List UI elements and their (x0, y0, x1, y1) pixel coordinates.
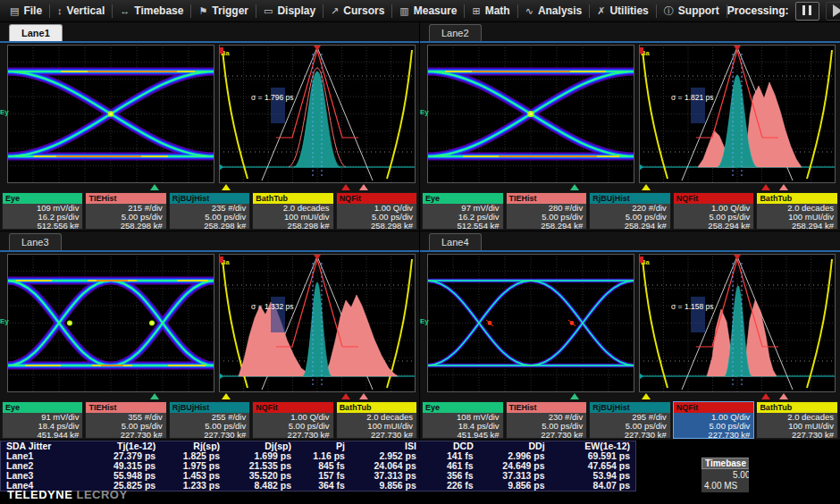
menu-analysis[interactable]: ∿Analysis (518, 4, 590, 17)
apex-marker (314, 255, 321, 260)
descriptor-rjbujhist[interactable]: RjBUjHist 295 #/div 5.00 ps/div 227.730 … (589, 401, 671, 439)
menu-math[interactable]: ⊞Math (465, 4, 517, 17)
cursors-icon: ↗ (331, 5, 339, 17)
eye-panel-lane1[interactable]: Ey (7, 45, 214, 183)
menu-measure-label: Measure (414, 4, 458, 17)
jitter-plot-lane2[interactable]: σ = 1.821 ps Ba (639, 45, 836, 183)
eye-diagram-lane2[interactable] (427, 45, 634, 183)
tiehist-marker (779, 184, 788, 190)
menu-vertical[interactable]: ↕Vertical (50, 4, 112, 17)
descriptor-bathtub[interactable]: BathTub 2.0 decades 100 mUI/div 227.730 … (756, 401, 838, 439)
jitter-panel-lane1[interactable]: σ = 1.796 ps Ba (219, 45, 416, 183)
timebase-icon: ↔ (120, 5, 130, 16)
cell: 9.856 ps (350, 481, 422, 491)
descriptor-nqfit-selected[interactable]: NQFit 1.00 Q/div 5.00 ps/div 227.730 k# (673, 401, 755, 439)
eye-marker (570, 184, 579, 190)
menu-bar: ▤File ↕Vertical ↔Timebase ⚑Trigger ▭Disp… (0, 0, 840, 22)
descriptor-value: 227.730 k# (590, 431, 670, 439)
support-icon: ⓘ (664, 4, 674, 18)
eye-panel-lane3[interactable]: Ey (7, 254, 214, 392)
descriptor-rjbujhist[interactable]: RjBUjHist 220 #/div 5.00 ps/div 258.294 … (589, 192, 671, 230)
descriptor-tiehist[interactable]: TIEHist 355 #/div 5.00 ps/div 227.730 k# (85, 401, 166, 439)
cell: 1.233 ps (161, 481, 225, 491)
sigma-label: σ = 1.821 ps (671, 93, 714, 102)
tab-lane4[interactable]: Lane4 (429, 233, 482, 250)
quadrant-lane3: Lane3 Ey (0, 231, 419, 440)
cell: 8.482 ps (225, 481, 297, 491)
graticule-border (8, 255, 214, 392)
menu-support[interactable]: ⓘSupport (657, 4, 727, 18)
menu-display-label: Display (277, 4, 315, 17)
jitter-plot-lane4[interactable]: σ = 1.158 ps Ba (639, 254, 836, 392)
apex-marker (734, 46, 741, 51)
apex-marker (734, 255, 741, 260)
eye-diagram-lane1[interactable] (7, 45, 214, 183)
jitter-plot-lane1[interactable]: σ = 1.796 ps Ba (219, 45, 416, 183)
descriptor-tiehist[interactable]: TIEHist 215 #/div 5.00 ps/div 258.298 k# (85, 192, 166, 230)
descriptor-eye[interactable]: Eye 91 mV/div 18.4 ps/div 451.944 k# (2, 401, 83, 439)
descriptor-tiehist[interactable]: TIEHist 230 #/div 5.00 ps/div 227.730 k# (506, 401, 588, 439)
menu-items: ▤File ↕Vertical ↔Timebase ⚑Trigger ▭Disp… (3, 0, 727, 21)
menu-timebase[interactable]: ↔Timebase (113, 4, 190, 17)
eye-trace-label: Ey (420, 318, 429, 325)
menu-display[interactable]: ▭Display (256, 4, 323, 17)
descriptor-eye[interactable]: Eye 108 mV/div 18.4 ps/div 451.945 k# (422, 401, 504, 439)
tab-lane3[interactable]: Lane3 (9, 233, 62, 250)
jitter-panel-lane3[interactable]: σ = 1.332 ps Ba (219, 254, 416, 392)
tab-lane2[interactable]: Lane2 (429, 24, 482, 41)
eye-panel-lane4[interactable]: Ey (427, 254, 634, 392)
descriptor-rjbujhist[interactable]: RjBUjHist 235 #/div 5.00 ps/div 258.298 … (169, 192, 250, 230)
tab-row-lane3: Lane3 (0, 231, 419, 252)
descriptor-nqfit[interactable]: NQFit 1.00 Q/div 5.00 ps/div 258.294 k# (673, 192, 755, 230)
menu-trigger[interactable]: ⚑Trigger (191, 4, 256, 17)
descriptor-tiehist[interactable]: TIEHist 280 #/div 5.00 ps/div 258.294 k# (506, 192, 588, 230)
descriptor-row-lane1: Eye 109 mV/div 16.2 ps/div 512.556 k# TI… (0, 191, 419, 231)
descriptor-row-lane2: Eye 97 mV/div 16.2 ps/div 512.554 k# TIE… (420, 191, 840, 231)
menu-utilities-label: Utilities (609, 4, 648, 17)
nqfit-marker (341, 393, 350, 399)
menu-measure[interactable]: ▥Measure (392, 4, 464, 17)
play-button[interactable] (826, 2, 840, 21)
eye-diagram-lane4[interactable] (427, 254, 634, 392)
descriptor-value: 451.945 k# (423, 431, 503, 439)
menu-file[interactable]: ▤File (3, 4, 49, 17)
descriptor-rjbujhist[interactable]: RjBUjHist 255 #/div 5.00 ps/div 227.730 … (169, 401, 250, 439)
menu-cursors[interactable]: ↗Cursors (323, 4, 391, 17)
quadrant-lane2: Lane2 Ey (420, 22, 840, 231)
jitter-plot-lane3[interactable]: σ = 1.332 ps Ba (219, 254, 416, 392)
descriptor-bathtub[interactable]: BathTub 2.0 decades 100 mUI/div 258.294 … (756, 192, 838, 230)
descriptor-value: 227.730 k# (253, 431, 332, 439)
mosaic-grid: Lane1 Ey (0, 22, 840, 440)
descriptor-nqfit[interactable]: NQFit 1.00 Q/div 5.00 ps/div 258.298 k# (336, 192, 417, 230)
graticule (7, 254, 214, 392)
jitter-panel-lane4[interactable]: σ = 1.158 ps Ba (639, 254, 836, 392)
descriptor-value: 258.294 k# (674, 222, 754, 230)
graticule (427, 254, 634, 392)
descriptor-eye[interactable]: Eye 97 mV/div 16.2 ps/div 512.554 k# (422, 192, 504, 230)
timebase-panel[interactable]: Timebase 5.00 4.00 MS8 (701, 458, 749, 492)
descriptor-nqfit[interactable]: NQFit 1.00 Q/div 5.00 ps/div 227.730 k# (252, 401, 333, 439)
jitter-panel-lane2[interactable]: σ = 1.821 ps Ba (639, 45, 836, 183)
nqfit-marker (761, 184, 770, 190)
eye-trace-label: Ey (0, 109, 9, 116)
pause-icon (801, 4, 813, 18)
eye-diagram-lane3[interactable] (7, 254, 214, 392)
descriptor-value: 227.730 k# (86, 431, 165, 439)
menu-analysis-label: Analysis (538, 4, 582, 17)
pause-button[interactable] (795, 2, 819, 21)
bottom-panel: SDA Jitter Tj(1e-12) Rj(sp) Dj(sp) Pj IS… (0, 440, 840, 504)
sda-jitter-table: SDA Jitter Tj(1e-12) Rj(sp) Dj(sp) Pj IS… (0, 441, 636, 491)
menu-utilities[interactable]: ✗Utilities (590, 4, 656, 17)
tiehist-marker (779, 393, 788, 399)
marker-row-lane3 (7, 392, 419, 400)
descriptor-value: 227.730 k# (507, 431, 587, 439)
bathtub-marker (222, 393, 231, 399)
plots-lane3: Ey (0, 252, 419, 392)
descriptor-bathtub[interactable]: BathTub 2.0 decades 100 mUI/div 227.730 … (336, 401, 417, 439)
descriptor-eye[interactable]: Eye 109 mV/div 16.2 ps/div 512.556 k# (2, 192, 83, 230)
tab-lane1[interactable]: Lane1 (9, 24, 63, 41)
marker-row-lane1 (7, 183, 419, 191)
sigma-label: σ = 1.796 ps (251, 93, 294, 102)
descriptor-bathtub[interactable]: BathTub 2.0 decades 100 mUI/div 258.298 … (252, 192, 333, 230)
eye-panel-lane2[interactable]: Ey (427, 45, 634, 183)
